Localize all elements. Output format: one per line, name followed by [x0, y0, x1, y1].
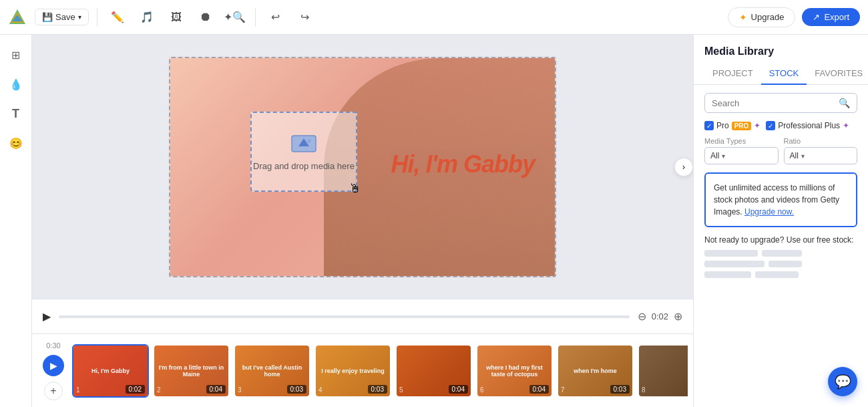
export-label: Export: [824, 12, 849, 22]
search-input[interactable]: [712, 98, 839, 108]
toolbar-right: ✦ Upgrade ↗ Export: [728, 7, 860, 27]
upgrade-info-card: Get unlimited access to millions of stoc…: [704, 172, 857, 227]
canvas-area: Hi, I'm Gabby Drag and drop media here 🖱: [32, 35, 693, 407]
filter-row: ✓ Pro PRO ✦ ✓ Professional Plus ✦: [704, 121, 857, 130]
color-tool-button[interactable]: 💧: [4, 72, 28, 96]
timeline-area: 0:30 ▶ + Hi, I'm Gabby10:02I'm from a li…: [32, 333, 693, 407]
save-button[interactable]: 💾 Save ▾: [35, 9, 89, 25]
panel-title: Media Library: [694, 35, 868, 63]
stock-line: [704, 261, 765, 267]
chat-button[interactable]: 💬: [828, 367, 857, 396]
text-tool-button[interactable]: T: [4, 102, 28, 126]
canvas-drag-drop-area[interactable]: Drag and drop media here 🖱: [250, 112, 357, 192]
ratio-chevron-icon: ▾: [801, 152, 805, 160]
ratio-value: All: [790, 151, 799, 160]
timeline-item-duration: 0:04: [529, 385, 549, 394]
separator-1: [97, 8, 97, 27]
stock-line-row-2: [704, 261, 857, 267]
play-button[interactable]: ▶: [43, 310, 51, 323]
record-button[interactable]: ⏺: [194, 5, 218, 29]
free-stock-label: Not ready to upgrade? Use our free stock…: [704, 235, 857, 245]
image-button[interactable]: 🖼: [164, 5, 188, 29]
playback-timeline[interactable]: [59, 315, 630, 318]
timeline-item[interactable]: 50:04: [395, 344, 472, 398]
timeline-add-button[interactable]: +: [44, 382, 63, 400]
tab-stock[interactable]: STOCK: [761, 63, 807, 85]
pencil-button[interactable]: ✏️: [105, 5, 130, 29]
stock-line-row-3: [704, 271, 857, 278]
pro-checkbox[interactable]: ✓: [704, 121, 714, 130]
stock-line: [769, 261, 802, 267]
professional-plus-checkbox[interactable]: ✓: [766, 121, 775, 130]
media-types-select[interactable]: All ▾: [704, 147, 779, 164]
pro-filter-group: ✓ Pro PRO ✦: [704, 121, 761, 130]
current-time: 0:02: [652, 311, 668, 321]
increase-time-button[interactable]: ⊕: [674, 310, 682, 323]
upgrade-button[interactable]: ✦ Upgrade: [728, 7, 796, 27]
professional-plus-filter-group: ✓ Professional Plus ✦: [766, 121, 849, 130]
main-area: ⊞ 💧 T 😊 Hi, I'm Gabby: [0, 35, 868, 407]
timeline-item[interactable]: Hi, I'm Gabby10:02: [72, 344, 149, 398]
timeline-item-number: 7: [561, 386, 565, 394]
timeline-scroll: Hi, I'm Gabby10:02I'm from a little town…: [72, 344, 688, 398]
star-icon: ✦: [739, 12, 747, 23]
search-button[interactable]: ✦🔍: [223, 5, 247, 29]
panel-tabs: PROJECT STOCK FAVORITES: [694, 63, 868, 85]
pro-label: Pro: [716, 121, 729, 130]
canvas-frame: Hi, I'm Gabby Drag and drop media here 🖱: [169, 57, 556, 277]
search-icon: 🔍: [839, 98, 850, 108]
svg-point-5: [307, 139, 311, 143]
media-types-chevron-icon: ▾: [722, 152, 725, 160]
total-time: 0:30: [46, 342, 60, 350]
timeline-item[interactable]: I'm from a little town in Maine20:04: [153, 344, 230, 398]
pro-badge: PRO: [732, 122, 752, 130]
save-dropdown-icon: ▾: [78, 13, 81, 21]
timeline-item[interactable]: 8: [638, 344, 688, 398]
sticker-tool-button[interactable]: 😊: [4, 131, 28, 155]
stock-line-row-1: [704, 250, 857, 257]
panel-content: 🔍 ✓ Pro PRO ✦ ✓ Professional Plus ✦: [694, 85, 868, 407]
timeline-item[interactable]: but I've called Austin home30:03: [234, 344, 310, 398]
redo-button[interactable]: ↪: [293, 5, 317, 29]
timeline-play-button[interactable]: ▶: [43, 355, 64, 376]
pro-sparkle-icon: ✦: [754, 121, 761, 130]
timeline-item-duration: 0:04: [206, 385, 226, 394]
timeline-item[interactable]: where I had my first taste of octopus60:…: [476, 344, 553, 398]
save-icon: 💾: [42, 12, 53, 22]
decrease-time-button[interactable]: ⊖: [638, 310, 646, 323]
right-panel: Media Library PROJECT STOCK FAVORITES 🔍 …: [693, 35, 868, 407]
timeline-item[interactable]: when I'm home70:03: [557, 344, 634, 398]
timeline-item-number: 6: [480, 386, 484, 394]
timeline-item[interactable]: I really enjoy traveling40:03: [314, 344, 391, 398]
cursor-icon: 🖱: [349, 182, 361, 196]
undo-button[interactable]: ↩: [264, 5, 288, 29]
professional-plus-label: Professional Plus: [778, 121, 840, 130]
timeline-item-duration: 0:04: [449, 385, 468, 394]
collapse-panel-button[interactable]: ›: [674, 158, 693, 176]
stock-line: [755, 271, 799, 278]
timeline-item-number: 2: [157, 386, 161, 394]
timeline-item-preview: [639, 346, 688, 396]
timeline-item-number: 4: [318, 386, 322, 394]
logo: [8, 8, 27, 27]
separator-2: [255, 8, 256, 27]
side-toolbar: ⊞ 💧 T 😊: [0, 35, 32, 407]
stock-line: [704, 250, 758, 257]
filter-dropdowns: Media Types All ▾ Ratio All ▾: [704, 137, 857, 164]
media-types-label: Media Types: [704, 137, 779, 145]
ratio-select[interactable]: All ▾: [784, 147, 858, 164]
timeline-item-number: 5: [399, 386, 403, 394]
logo-icon: [8, 8, 27, 27]
timeline-item-number: 1: [76, 386, 80, 394]
timeline-item-duration: 0:03: [368, 385, 387, 394]
tab-favorites[interactable]: FAVORITES: [807, 63, 868, 85]
upgrade-now-link[interactable]: Upgrade now.: [744, 207, 794, 217]
music-button[interactable]: 🎵: [135, 5, 159, 29]
time-controls: ⊖ 0:02 ⊕: [638, 310, 682, 323]
toolbar: 💾 Save ▾ ✏️ 🎵 🖼 ⏺ ✦🔍 ↩ ↪ ✦ Upgrade ↗ Exp…: [0, 0, 868, 35]
export-button[interactable]: ↗ Export: [802, 8, 860, 26]
layout-tool-button[interactable]: ⊞: [4, 43, 28, 67]
player-bar: ▶ ⊖ 0:02 ⊕: [32, 299, 693, 333]
tab-project[interactable]: PROJECT: [704, 63, 761, 85]
search-box[interactable]: 🔍: [704, 93, 857, 113]
